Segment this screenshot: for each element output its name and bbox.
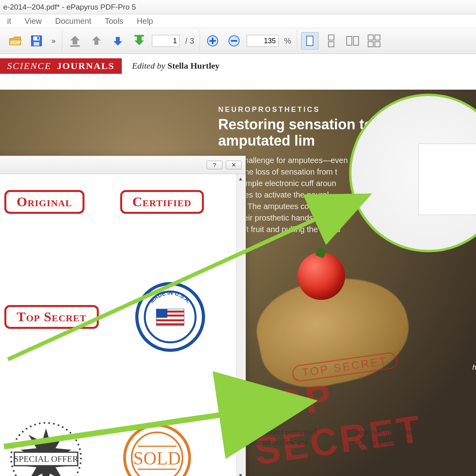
svg-rect-8: [307, 36, 313, 46]
journal-header: SCIENCE JOURNALS Edited by Stella Hurtle…: [0, 54, 476, 78]
menu-document[interactable]: Document: [50, 15, 97, 27]
svg-text:MADE IN U.S.A.: MADE IN U.S.A.: [148, 290, 192, 305]
stamp-sold[interactable]: SOLD: [115, 420, 199, 476]
svg-rect-11: [347, 36, 352, 45]
open-button[interactable]: [6, 32, 24, 50]
stamp-original[interactable]: Original: [4, 190, 84, 214]
journal-badge: SCIENCE JOURNALS: [0, 58, 122, 74]
edited-by: Edited by Stella Hurtley: [132, 61, 220, 71]
journal-badge-italic: SCIENCE: [7, 61, 51, 71]
stamp-certified[interactable]: Certified: [120, 190, 204, 214]
dialog-body: Original Certified Top Secret MADE IN U.…: [0, 174, 235, 476]
edited-by-prefix: Edited by: [132, 61, 167, 71]
dialog-scrollbar[interactable]: ▲ ▼: [236, 174, 245, 476]
svg-rect-13: [368, 35, 373, 40]
svg-rect-14: [375, 35, 380, 40]
toolbar: » / 3 %: [0, 28, 476, 54]
svg-rect-9: [328, 35, 334, 40]
journal-badge-bold: JOURNALS: [57, 61, 114, 71]
tomato-image: [298, 252, 345, 300]
stamp-special-offer-label: SPECIAL OFFER: [14, 454, 79, 464]
magnifier-inner-panel: [418, 144, 476, 215]
zoom-percent-label: %: [282, 36, 293, 46]
menu-tools[interactable]: Tools: [99, 15, 129, 27]
page-total-label: / 3: [184, 36, 196, 46]
stamp-usa-label: MADE IN U.S.A.: [148, 290, 192, 305]
window-titlebar: e-2014--204.pdf* - ePapyrus PDF-Pro 5: [0, 0, 476, 14]
stamp-special-offer[interactable]: SPECIAL OFFER: [4, 420, 88, 476]
next-page-button[interactable]: [109, 32, 127, 50]
article-column-right: analyses of the hu cancer genome: [357, 427, 468, 447]
toolbar-more[interactable]: »: [49, 37, 58, 45]
view-continuous-button[interactable]: [322, 32, 340, 50]
zoom-in-button[interactable]: [204, 32, 221, 50]
svg-rect-5: [134, 35, 144, 36]
menubar: it View Document Tools Help: [0, 14, 476, 28]
scroll-up-icon[interactable]: ▲: [236, 174, 245, 183]
dialog-close-button[interactable]: ✕: [226, 161, 242, 169]
zoom-out-button[interactable]: [225, 32, 243, 50]
page-number-input[interactable]: [152, 35, 180, 47]
prev-page-button[interactable]: [88, 32, 105, 50]
edited-by-name: Stella Hurtley: [167, 61, 219, 71]
view-single-page-button[interactable]: [301, 32, 319, 50]
menu-view[interactable]: View: [19, 15, 47, 27]
svg-rect-4: [70, 45, 80, 47]
svg-rect-24: [156, 319, 184, 321]
stamp-sold-label: SOLD: [133, 448, 181, 468]
svg-rect-16: [375, 42, 380, 47]
view-facing-continuous-button[interactable]: [365, 32, 383, 50]
svg-rect-22: [167, 311, 184, 313]
svg-rect-3: [37, 37, 39, 40]
menu-edit[interactable]: it: [2, 15, 17, 27]
document-viewport[interactable]: SCIENCE JOURNALS Edited by Stella Hurtle…: [0, 54, 476, 476]
svg-rect-21: [156, 309, 167, 318]
first-page-button[interactable]: [66, 32, 84, 50]
svg-rect-23: [167, 315, 184, 317]
svg-rect-10: [328, 42, 334, 47]
zoom-input[interactable]: [247, 35, 278, 47]
scroll-down-icon[interactable]: ▼: [236, 471, 245, 476]
menu-help[interactable]: Help: [131, 15, 159, 27]
svg-rect-25: [156, 323, 184, 325]
save-button[interactable]: [28, 32, 45, 50]
view-facing-button[interactable]: [344, 32, 361, 50]
help-icon: ?: [213, 161, 216, 168]
dialog-titlebar[interactable]: ? ✕: [0, 156, 246, 174]
dialog-help-button[interactable]: ?: [207, 161, 223, 169]
stamp-usa-seal[interactable]: MADE IN U.S.A.: [134, 281, 206, 353]
stamp-top-secret[interactable]: Top Secret: [4, 305, 99, 329]
window-title: e-2014--204.pdf* - ePapyrus PDF-Pro 5: [3, 3, 136, 12]
svg-rect-15: [368, 42, 373, 47]
stamps-dialog: ? ✕ ▲ ▼ Original Certified Top Secret MA…: [0, 155, 246, 476]
svg-rect-2: [34, 42, 39, 46]
close-icon: ✕: [231, 161, 236, 169]
article-column-left: obots, the authors performed urther anim…: [230, 427, 341, 447]
svg-rect-12: [353, 36, 359, 45]
last-page-button[interactable]: [131, 32, 148, 50]
